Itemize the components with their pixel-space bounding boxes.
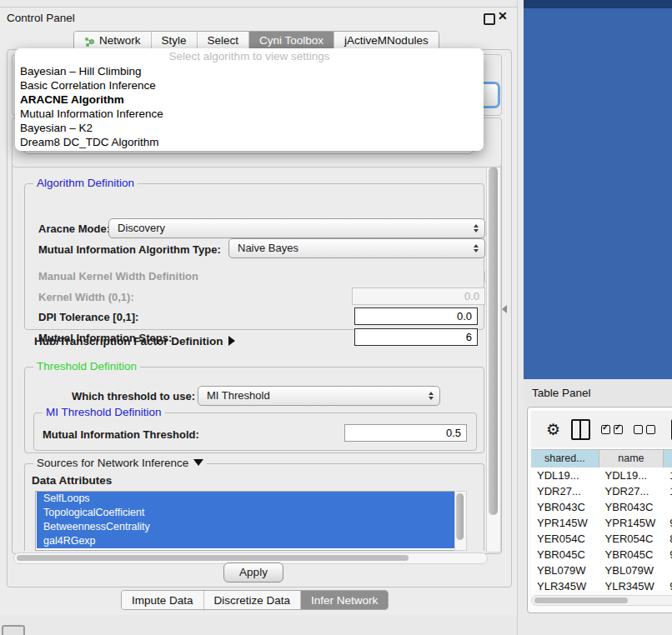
table-toolbar: ⚙: [531, 411, 672, 448]
table-row[interactable]: YDR27...YDR27...12: [531, 483, 672, 499]
top-tab-bar: NetworkStyleSelectCyni ToolboxjActiveMNo…: [73, 31, 439, 50]
kernel-width-label: Kernel Width (0,1):: [38, 291, 134, 303]
network-view-window: GALGAL80GAL10GAL1GAL11SWI4GAL4GCY1HAP4YH…: [524, 8, 672, 379]
tab-select[interactable]: Select: [198, 32, 250, 49]
mi-threshold-group-title: MI Threshold Definition: [43, 406, 165, 418]
tab-jactivemnodules[interactable]: jActiveMNodules: [334, 32, 439, 49]
tab-discretize-data[interactable]: Discretize Data: [204, 591, 302, 609]
gear-icon[interactable]: ⚙: [546, 422, 560, 438]
collapse-arrow-icon: [193, 459, 203, 466]
panel-resize-grip[interactable]: [502, 305, 507, 313]
table-hscrollbar[interactable]: [531, 595, 672, 606]
spinner-arrows-icon: [474, 244, 479, 252]
aracne-mode-label: Aracne Mode:: [38, 222, 110, 235]
float-window-icon[interactable]: [484, 13, 495, 25]
algorithm-option-aracne-algorithm[interactable]: ARACNE Algorithm: [15, 92, 484, 107]
table-row[interactable]: YLR345WYLR345W9.: [531, 578, 672, 591]
tab-network[interactable]: Network: [74, 32, 152, 49]
table-body: YDL19...YDL19...13YDR27...YDR27...12YBR0…: [531, 468, 672, 591]
hub-definition-toggle[interactable]: Hub/Transcription Factor Definition: [34, 335, 235, 348]
panel-title: Control Panel: [7, 12, 75, 24]
algorithm-option-bayesian-k2[interactable]: Bayesian – K2: [15, 121, 484, 135]
mi-type-label: Mutual Information Algorithm Type:: [38, 243, 221, 256]
manual-kernel-label: Manual Kernel Width Definition: [38, 270, 198, 282]
aracne-mode-combo[interactable]: Discovery: [108, 218, 485, 238]
tab-infer-network[interactable]: Infer Network: [301, 591, 388, 609]
mi-type-value: Naive Bayes: [238, 242, 298, 254]
threshold-definition-group: Threshold Definition Which threshold to …: [24, 367, 484, 453]
tab-cyni-toolbox[interactable]: Cyni Toolbox: [249, 32, 334, 49]
split-columns-icon[interactable]: [571, 419, 590, 440]
algorithm-option-bayesian-hill-climbing[interactable]: Bayesian – Hill Climbing: [15, 64, 484, 78]
algorithm-definition-group: Algorithm Definition Aracne Mode: Discov…: [24, 183, 484, 330]
table-row[interactable]: YDL19...YDL19...13: [531, 468, 672, 483]
list-scrollbar[interactable]: [454, 491, 467, 551]
which-threshold-label: Which threshold to use:: [72, 390, 195, 402]
bottom-tab-bar: Impute DataDiscretize DataInfer Network: [121, 590, 389, 610]
algorithm-dropdown-list: Select algorithm to view settings Bayesi…: [15, 48, 484, 151]
column-header-0[interactable]: shared...: [531, 450, 599, 468]
dropdown-placeholder: Select algorithm to view settings: [15, 48, 484, 64]
mi-threshold-group: MI Threshold Definition Mutual Informati…: [33, 412, 477, 451]
mi-threshold-label: Mutual Information Threshold:: [43, 428, 199, 441]
table-row[interactable]: YBR043CYBR043C: [531, 499, 672, 515]
spinner-arrows-icon: [474, 224, 479, 232]
spinner-arrows-icon: [429, 392, 434, 400]
deselect-all-icon[interactable]: [634, 425, 655, 434]
data-attributes-list: SelfLoopsTopologicalCoefficientBetweenne…: [35, 491, 456, 551]
apply-button[interactable]: Apply: [223, 562, 283, 582]
attribute-item-topologicalcoefficient[interactable]: TopologicalCoefficient: [37, 506, 454, 520]
kernel-width-field[interactable]: [352, 288, 485, 305]
which-threshold-value: MI Threshold: [207, 389, 270, 402]
threshold-definition-title: Threshold Definition: [33, 360, 140, 372]
table-panel-header: Table Panel: [524, 379, 672, 407]
table-header-row: shared...name: [531, 449, 672, 469]
table-row[interactable]: YBR045CYBR045C9.: [531, 547, 672, 562]
table-panel-title: Table Panel: [532, 387, 591, 399]
algorithm-option-dream8-dc-tdc-algorithm[interactable]: Dream8 DC_TDC Algorithm: [15, 135, 484, 149]
attribute-item-betweennesscentrality[interactable]: BetweennessCentrality: [37, 520, 454, 534]
algorithm-options: Bayesian – Hill ClimbingBasic Correlatio…: [15, 64, 484, 149]
dpi-tolerance-label: DPI Tolerance [0,1]:: [38, 311, 138, 323]
column-header-1[interactable]: name: [599, 450, 664, 468]
algorithm-definition-title: Algorithm Definition: [33, 177, 138, 189]
expand-arrow-icon: [228, 336, 235, 346]
mi-steps-field[interactable]: [354, 328, 478, 346]
mi-threshold-field[interactable]: [344, 424, 467, 442]
screen: { "window": { "title": "Control Panel" }…: [0, 0, 672, 635]
attribute-item-selfloops[interactable]: SelfLoops: [37, 492, 454, 506]
select-all-icon[interactable]: [601, 425, 623, 434]
table-row[interactable]: YBL079WYBL079W: [531, 562, 672, 578]
tab-style[interactable]: Style: [152, 32, 198, 49]
which-threshold-combo[interactable]: MI Threshold: [198, 386, 440, 406]
algorithm-option-mutual-information-inference[interactable]: Mutual Information Inference: [15, 107, 484, 121]
attribute-item-gal4rgexp[interactable]: gal4RGexp: [37, 534, 454, 548]
close-icon[interactable]: ✕: [498, 9, 508, 22]
table-row[interactable]: YER054CYER054C8.: [531, 531, 672, 547]
data-attributes-label: Data Attributes: [32, 474, 112, 487]
network-icon: [84, 35, 95, 46]
sources-group-title[interactable]: Sources for Network Inference: [33, 457, 207, 469]
aracne-mode-value: Discovery: [118, 222, 165, 234]
tab-impute-data[interactable]: Impute Data: [122, 591, 204, 609]
table-row[interactable]: YPR145WYPR145W9.: [531, 515, 672, 531]
control-panel: Control Panel ✕ NetworkStyleSelectCyni T…: [0, 7, 517, 615]
mi-type-combo[interactable]: Naive Bayes: [228, 238, 485, 258]
table-panel: ⚙ shared...name YDL19...YDL19...13YDR27.…: [527, 407, 672, 613]
algorithm-option-basic-correlation-inference[interactable]: Basic Correlation Inference: [15, 78, 484, 92]
dpi-tolerance-field[interactable]: [354, 308, 478, 325]
collapsed-panel-icon[interactable]: [2, 625, 25, 635]
column-header-2[interactable]: [664, 450, 672, 468]
settings-scrollbar[interactable]: [486, 162, 501, 552]
